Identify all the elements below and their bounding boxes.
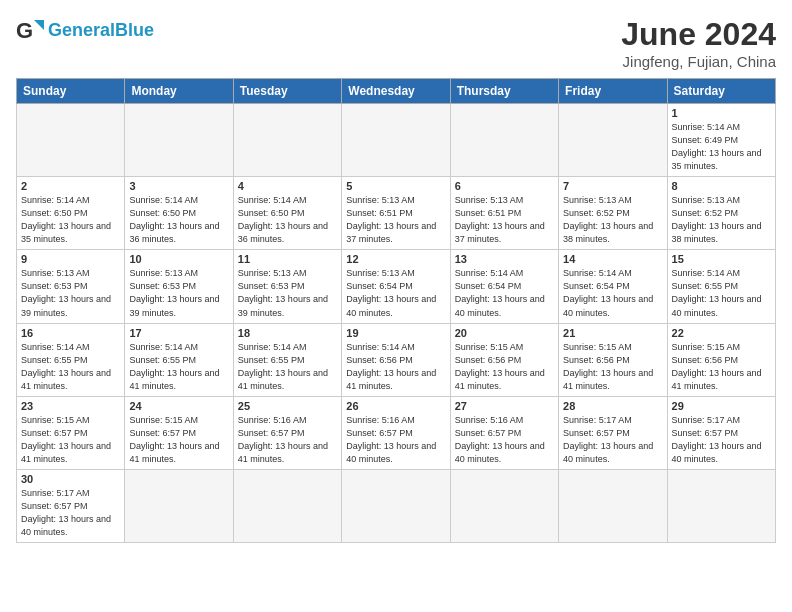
- svg-text:G: G: [16, 18, 33, 43]
- day-number: 4: [238, 180, 337, 192]
- sunrise-label: Sunrise: 5:16 AM: [238, 415, 307, 425]
- daylight-label: Daylight: 13 hours and 38 minutes.: [672, 221, 762, 244]
- sunrise-label: Sunrise: 5:14 AM: [672, 122, 741, 132]
- logo-blue: Blue: [115, 20, 154, 40]
- calendar-row-0: 1Sunrise: 5:14 AMSunset: 6:49 PMDaylight…: [17, 104, 776, 177]
- daylight-label: Daylight: 13 hours and 37 minutes.: [455, 221, 545, 244]
- month-title: June 2024: [621, 16, 776, 53]
- day-number: 21: [563, 327, 662, 339]
- calendar-row-4: 23Sunrise: 5:15 AMSunset: 6:57 PMDayligh…: [17, 396, 776, 469]
- day-number: 5: [346, 180, 445, 192]
- daylight-label: Daylight: 13 hours and 40 minutes.: [563, 294, 653, 317]
- daylight-label: Daylight: 13 hours and 40 minutes.: [672, 294, 762, 317]
- daylight-label: Daylight: 13 hours and 40 minutes.: [455, 441, 545, 464]
- sunrise-label: Sunrise: 5:13 AM: [672, 195, 741, 205]
- sunset-label: Sunset: 6:57 PM: [455, 428, 522, 438]
- day-number: 1: [672, 107, 771, 119]
- daylight-label: Daylight: 13 hours and 41 minutes.: [455, 368, 545, 391]
- location: Jingfeng, Fujian, China: [621, 53, 776, 70]
- sunrise-label: Sunrise: 5:15 AM: [455, 342, 524, 352]
- daylight-label: Daylight: 13 hours and 35 minutes.: [672, 148, 762, 171]
- sunrise-label: Sunrise: 5:13 AM: [455, 195, 524, 205]
- calendar-cell: 7Sunrise: 5:13 AMSunset: 6:52 PMDaylight…: [559, 177, 667, 250]
- sunset-label: Sunset: 6:54 PM: [455, 281, 522, 291]
- daylight-label: Daylight: 13 hours and 41 minutes.: [346, 368, 436, 391]
- day-info: Sunrise: 5:14 AMSunset: 6:50 PMDaylight:…: [238, 194, 337, 246]
- calendar-cell: 5Sunrise: 5:13 AMSunset: 6:51 PMDaylight…: [342, 177, 450, 250]
- sunrise-label: Sunrise: 5:13 AM: [346, 195, 415, 205]
- sunset-label: Sunset: 6:57 PM: [346, 428, 413, 438]
- day-number: 3: [129, 180, 228, 192]
- sunrise-label: Sunrise: 5:14 AM: [563, 268, 632, 278]
- calendar-cell: 1Sunrise: 5:14 AMSunset: 6:49 PMDaylight…: [667, 104, 775, 177]
- day-number: 17: [129, 327, 228, 339]
- calendar-cell: [559, 469, 667, 542]
- day-info: Sunrise: 5:14 AMSunset: 6:55 PMDaylight:…: [129, 341, 228, 393]
- sunset-label: Sunset: 6:50 PM: [238, 208, 305, 218]
- calendar-cell: 16Sunrise: 5:14 AMSunset: 6:55 PMDayligh…: [17, 323, 125, 396]
- daylight-label: Daylight: 13 hours and 40 minutes.: [346, 294, 436, 317]
- calendar-cell: 6Sunrise: 5:13 AMSunset: 6:51 PMDaylight…: [450, 177, 558, 250]
- page-header: G GeneralBlue June 2024 Jingfeng, Fujian…: [16, 16, 776, 70]
- weekday-header-tuesday: Tuesday: [233, 79, 341, 104]
- day-number: 28: [563, 400, 662, 412]
- title-block: June 2024 Jingfeng, Fujian, China: [621, 16, 776, 70]
- daylight-label: Daylight: 13 hours and 40 minutes.: [563, 441, 653, 464]
- calendar-row-2: 9Sunrise: 5:13 AMSunset: 6:53 PMDaylight…: [17, 250, 776, 323]
- day-number: 18: [238, 327, 337, 339]
- sunrise-label: Sunrise: 5:15 AM: [21, 415, 90, 425]
- day-info: Sunrise: 5:13 AMSunset: 6:51 PMDaylight:…: [346, 194, 445, 246]
- calendar-cell: [450, 469, 558, 542]
- sunset-label: Sunset: 6:57 PM: [21, 501, 88, 511]
- calendar-cell: 19Sunrise: 5:14 AMSunset: 6:56 PMDayligh…: [342, 323, 450, 396]
- calendar-cell: 26Sunrise: 5:16 AMSunset: 6:57 PMDayligh…: [342, 396, 450, 469]
- calendar-cell: 22Sunrise: 5:15 AMSunset: 6:56 PMDayligh…: [667, 323, 775, 396]
- sunset-label: Sunset: 6:57 PM: [129, 428, 196, 438]
- calendar-cell: 17Sunrise: 5:14 AMSunset: 6:55 PMDayligh…: [125, 323, 233, 396]
- sunset-label: Sunset: 6:54 PM: [346, 281, 413, 291]
- weekday-header-row: SundayMondayTuesdayWednesdayThursdayFrid…: [17, 79, 776, 104]
- daylight-label: Daylight: 13 hours and 40 minutes.: [21, 514, 111, 537]
- daylight-label: Daylight: 13 hours and 41 minutes.: [563, 368, 653, 391]
- calendar-cell: 13Sunrise: 5:14 AMSunset: 6:54 PMDayligh…: [450, 250, 558, 323]
- calendar-cell: 14Sunrise: 5:14 AMSunset: 6:54 PMDayligh…: [559, 250, 667, 323]
- sunset-label: Sunset: 6:50 PM: [21, 208, 88, 218]
- sunset-label: Sunset: 6:57 PM: [21, 428, 88, 438]
- calendar-cell: 4Sunrise: 5:14 AMSunset: 6:50 PMDaylight…: [233, 177, 341, 250]
- day-info: Sunrise: 5:15 AMSunset: 6:57 PMDaylight:…: [129, 414, 228, 466]
- calendar-cell: [233, 104, 341, 177]
- daylight-label: Daylight: 13 hours and 37 minutes.: [346, 221, 436, 244]
- day-info: Sunrise: 5:14 AMSunset: 6:55 PMDaylight:…: [672, 267, 771, 319]
- daylight-label: Daylight: 13 hours and 40 minutes.: [346, 441, 436, 464]
- calendar-cell: 27Sunrise: 5:16 AMSunset: 6:57 PMDayligh…: [450, 396, 558, 469]
- sunset-label: Sunset: 6:52 PM: [563, 208, 630, 218]
- day-number: 10: [129, 253, 228, 265]
- sunrise-label: Sunrise: 5:17 AM: [563, 415, 632, 425]
- calendar-cell: 11Sunrise: 5:13 AMSunset: 6:53 PMDayligh…: [233, 250, 341, 323]
- sunrise-label: Sunrise: 5:15 AM: [563, 342, 632, 352]
- calendar-cell: 25Sunrise: 5:16 AMSunset: 6:57 PMDayligh…: [233, 396, 341, 469]
- sunrise-label: Sunrise: 5:14 AM: [455, 268, 524, 278]
- daylight-label: Daylight: 13 hours and 35 minutes.: [21, 221, 111, 244]
- day-number: 16: [21, 327, 120, 339]
- day-info: Sunrise: 5:14 AMSunset: 6:49 PMDaylight:…: [672, 121, 771, 173]
- logo-general: General: [48, 20, 115, 40]
- day-number: 23: [21, 400, 120, 412]
- sunrise-label: Sunrise: 5:14 AM: [672, 268, 741, 278]
- daylight-label: Daylight: 13 hours and 41 minutes.: [672, 368, 762, 391]
- sunrise-label: Sunrise: 5:13 AM: [346, 268, 415, 278]
- sunrise-label: Sunrise: 5:14 AM: [21, 342, 90, 352]
- sunrise-label: Sunrise: 5:14 AM: [238, 195, 307, 205]
- sunrise-label: Sunrise: 5:15 AM: [672, 342, 741, 352]
- day-number: 29: [672, 400, 771, 412]
- day-number: 12: [346, 253, 445, 265]
- daylight-label: Daylight: 13 hours and 41 minutes.: [21, 368, 111, 391]
- day-info: Sunrise: 5:13 AMSunset: 6:52 PMDaylight:…: [672, 194, 771, 246]
- sunset-label: Sunset: 6:57 PM: [563, 428, 630, 438]
- sunset-label: Sunset: 6:56 PM: [672, 355, 739, 365]
- day-info: Sunrise: 5:13 AMSunset: 6:51 PMDaylight:…: [455, 194, 554, 246]
- weekday-header-thursday: Thursday: [450, 79, 558, 104]
- calendar-cell: [342, 104, 450, 177]
- sunset-label: Sunset: 6:56 PM: [563, 355, 630, 365]
- daylight-label: Daylight: 13 hours and 41 minutes.: [238, 441, 328, 464]
